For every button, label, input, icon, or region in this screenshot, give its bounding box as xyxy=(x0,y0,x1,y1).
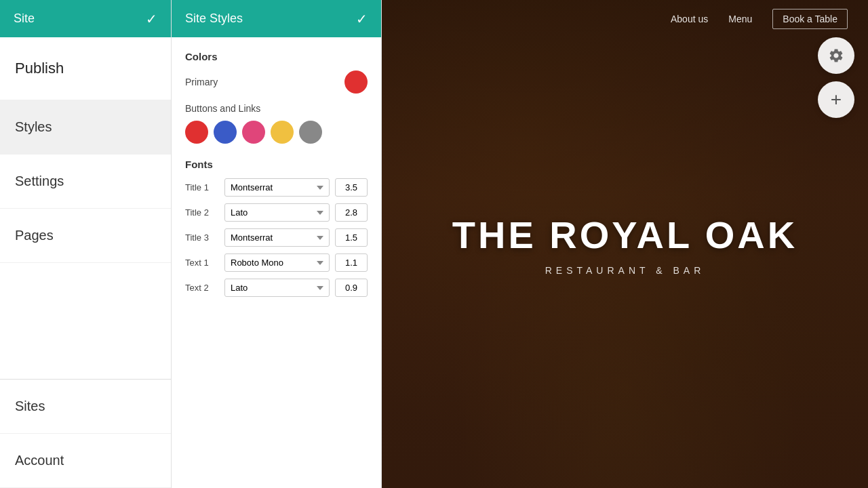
sidebar-item-account[interactable]: Account xyxy=(0,434,171,488)
font-select-title1[interactable]: MontserratLatoRoboto Mono xyxy=(224,178,330,197)
font-select-text2[interactable]: LatoMontserratRoboto Mono xyxy=(224,279,330,297)
primary-label: Primary xyxy=(185,77,218,87)
preview-navbar: About us Menu Book a Table xyxy=(382,0,868,37)
nav-link-menu[interactable]: Menu xyxy=(728,14,752,24)
preview-hero: THE ROYAL OAK RESTAURANT & BAR xyxy=(382,0,868,488)
floating-plus-button[interactable]: + xyxy=(818,81,854,118)
font-label-title1: Title 1 xyxy=(185,182,219,192)
styles-panel-check-icon[interactable]: ✓ xyxy=(356,11,368,27)
swatch-gray[interactable] xyxy=(299,121,322,144)
font-label-text2: Text 2 xyxy=(185,283,219,293)
styles-panel: Site Styles ✓ Colors Primary Buttons and… xyxy=(172,0,382,488)
font-label-title3: Title 3 xyxy=(185,232,219,243)
font-row-text1: Text 1 Roboto MonoLatoMontserrat xyxy=(185,253,368,272)
font-row-title1: Title 1 MontserratLatoRoboto Mono xyxy=(185,178,368,197)
font-size-text1[interactable] xyxy=(335,253,368,272)
buttons-links-label: Buttons and Links xyxy=(185,103,368,114)
sidebar-item-pages[interactable]: Pages xyxy=(0,209,171,263)
font-size-title1[interactable] xyxy=(335,178,368,197)
font-size-text2[interactable] xyxy=(335,279,368,297)
nav-link-book[interactable]: Book a Table xyxy=(772,9,848,29)
primary-color-swatch[interactable] xyxy=(344,70,368,94)
primary-row: Primary xyxy=(185,70,368,94)
floating-gear-button[interactable] xyxy=(818,37,854,74)
swatch-pink[interactable] xyxy=(242,121,265,144)
fonts-section: Fonts Title 1 MontserratLatoRoboto Mono … xyxy=(185,159,368,297)
plus-icon: + xyxy=(831,89,842,110)
swatch-red[interactable] xyxy=(185,121,208,144)
swatch-blue[interactable] xyxy=(214,121,237,144)
sidebar-spacer xyxy=(0,263,171,379)
color-swatches xyxy=(185,121,368,144)
font-select-text1[interactable]: Roboto MonoLatoMontserrat xyxy=(224,253,330,272)
font-label-text1: Text 1 xyxy=(185,258,219,268)
fonts-section-title: Fonts xyxy=(185,159,368,170)
styles-panel-title: Site Styles xyxy=(185,12,243,26)
styles-panel-header: Site Styles ✓ xyxy=(172,0,381,37)
font-select-title3[interactable]: MontserratLatoRoboto Mono xyxy=(224,228,330,247)
sidebar-header: Site ✓ xyxy=(0,0,171,37)
styles-panel-content: Colors Primary Buttons and Links Fonts T… xyxy=(172,37,381,317)
font-size-title3[interactable] xyxy=(335,228,368,247)
font-row-text2: Text 2 LatoMontserratRoboto Mono xyxy=(185,279,368,297)
nav-link-about[interactable]: About us xyxy=(671,14,708,24)
sidebar-title: Site xyxy=(14,12,35,26)
sidebar-check-icon[interactable]: ✓ xyxy=(146,11,157,27)
sidebar-item-publish[interactable]: Publish xyxy=(0,37,171,100)
swatch-yellow[interactable] xyxy=(271,121,294,144)
font-select-title2[interactable]: LatoMontserratRoboto Mono xyxy=(224,203,330,222)
font-size-title2[interactable] xyxy=(335,203,368,222)
sidebar: Site ✓ Publish Styles Settings Pages Sit… xyxy=(0,0,172,488)
hero-title: THE ROYAL OAK xyxy=(452,213,797,257)
gear-icon xyxy=(828,47,844,64)
sidebar-item-styles[interactable]: Styles xyxy=(0,100,171,155)
font-row-title3: Title 3 MontserratLatoRoboto Mono xyxy=(185,228,368,247)
sidebar-item-sites[interactable]: Sites xyxy=(0,380,171,434)
hero-subtitle: RESTAURANT & BAR xyxy=(545,265,705,276)
font-row-title2: Title 2 LatoMontserratRoboto Mono xyxy=(185,203,368,222)
font-label-title2: Title 2 xyxy=(185,207,219,218)
sidebar-item-settings[interactable]: Settings xyxy=(0,155,171,209)
colors-section-title: Colors xyxy=(185,51,368,62)
preview-area: About us Menu Book a Table THE ROYAL OAK… xyxy=(382,0,868,488)
